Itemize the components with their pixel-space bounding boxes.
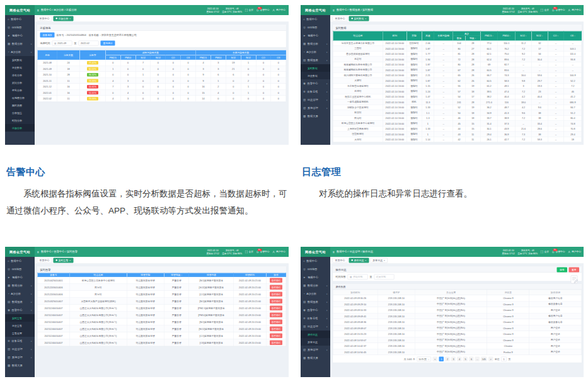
sidebar-item[interactable]: ▥日志管理∨ bbox=[301, 322, 330, 331]
alarm-detail-button[interactable]: 告警详情 bbox=[270, 278, 282, 283]
page-number-button[interactable]: 2 bbox=[445, 357, 450, 362]
user-center-button[interactable]: 用户中心 bbox=[272, 9, 285, 12]
sidebar-item[interactable]: ▤数据报表∨ bbox=[5, 298, 35, 306]
sidebar-item[interactable]: ▥日志管理∨ bbox=[5, 345, 35, 353]
sidebar-item[interactable]: ►视频中心 bbox=[301, 273, 330, 281]
query-button[interactable]: 查询统计 bbox=[101, 41, 115, 46]
prev-page-button[interactable]: < bbox=[433, 357, 438, 362]
sidebar-item[interactable]: ⌂数据中心 bbox=[301, 257, 330, 265]
sidebar-item[interactable]: ▦数据分析∨ bbox=[301, 40, 330, 48]
alarm-detail-button[interactable]: 告警详情 bbox=[270, 320, 282, 325]
sidebar-item[interactable]: ►视频中心 bbox=[5, 273, 35, 281]
alarm-detail-button[interactable]: 告警详情 bbox=[270, 327, 282, 332]
sidebar-item[interactable]: ▩数据大屏 bbox=[301, 112, 330, 120]
close-icon[interactable]: × bbox=[69, 259, 71, 262]
sidebar-subitem[interactable]: 历史数据 bbox=[5, 64, 35, 71]
alarm-detail-button[interactable]: 告警详情 bbox=[270, 285, 282, 290]
sidebar-item[interactable]: ◎GIS地图 bbox=[301, 23, 330, 31]
alarm-detail-button[interactable]: 告警详情 bbox=[270, 292, 282, 297]
user-center-button[interactable]: 用户中心 bbox=[568, 251, 581, 254]
page-number-button[interactable]: 1 bbox=[439, 357, 444, 362]
collapse-menu-icon[interactable]: ≡ bbox=[333, 250, 335, 254]
tab[interactable]: 达标分析× bbox=[54, 16, 74, 21]
alarm-center-button[interactable]: 99+告警中心 bbox=[257, 9, 270, 12]
sidebar-item[interactable]: ▦数据分析∨ bbox=[5, 40, 35, 48]
sidebar-item[interactable]: ▩数据大屏 bbox=[5, 361, 35, 370]
sidebar-item[interactable]: ◔AQI分析∨ bbox=[301, 290, 330, 298]
date-from-input[interactable]: ▦2021-09 bbox=[52, 41, 72, 46]
goto-page-input[interactable]: 1 bbox=[501, 357, 507, 362]
alarm-detail-button[interactable]: 告警详情 bbox=[270, 334, 282, 339]
tab[interactable]: 操作日志× bbox=[349, 257, 369, 263]
user-center-button[interactable]: 用户中心 bbox=[272, 251, 285, 254]
sidebar-subitem[interactable]: 实时告警 bbox=[5, 314, 35, 322]
sidebar-subitem[interactable]: 实时数据 bbox=[5, 56, 35, 64]
sidebar-item[interactable]: ⊕设备运维∨ bbox=[301, 88, 330, 96]
sidebar-subitem[interactable]: 历史数据 bbox=[301, 72, 330, 79]
sidebar-item[interactable]: ⌂数据中心 bbox=[301, 15, 330, 23]
close-icon[interactable]: × bbox=[365, 259, 366, 262]
page-number-button[interactable]: ... bbox=[475, 357, 480, 362]
sidebar-subitem[interactable]: 变化分析 bbox=[5, 86, 35, 94]
tab[interactable]: 实时告警× bbox=[54, 257, 74, 263]
sidebar-item[interactable]: ◉告警中心∨ bbox=[301, 79, 330, 88]
date-to-input[interactable]: 结束日期 bbox=[374, 274, 395, 280]
sidebar-subitem[interactable]: 异常日志 bbox=[301, 338, 330, 346]
sidebar-subitem[interactable]: 网格热图 bbox=[5, 101, 35, 109]
date-from-input[interactable]: ▦开始日期 bbox=[348, 274, 368, 280]
reset-button[interactable]: 重置 bbox=[569, 268, 580, 273]
sidebar-item[interactable]: ►视频中心 bbox=[301, 31, 330, 40]
sidebar-item[interactable]: ▦数据分析∨ bbox=[5, 281, 35, 290]
alarm-center-button[interactable]: 99+告警中心 bbox=[552, 251, 565, 254]
collapse-menu-icon[interactable]: ≡ bbox=[37, 8, 39, 12]
sidebar-item[interactable]: ⌂数据中心 bbox=[5, 15, 35, 23]
page-size-select[interactable]: 10条/页∨ bbox=[417, 357, 431, 362]
fullscreen-button[interactable]: 全屏 bbox=[541, 251, 550, 254]
page-number-button[interactable]: 5 bbox=[463, 357, 468, 362]
sidebar-item[interactable]: ▧系统管理∨ bbox=[5, 353, 35, 361]
sidebar-subitem[interactable]: 告警设置 bbox=[5, 329, 35, 337]
sidebar-subitem[interactable]: 达标分析 bbox=[5, 124, 35, 132]
sidebar-item[interactable]: ⌂数据中心 bbox=[5, 257, 35, 265]
sidebar-item[interactable]: ▥日志管理∨ bbox=[301, 96, 330, 104]
sidebar-item[interactable]: ▧系统管理∨ bbox=[301, 346, 330, 354]
device-select-button[interactable]: 设备选择 bbox=[40, 33, 55, 38]
page-number-button[interactable]: 4 bbox=[457, 357, 462, 362]
alarm-center-button[interactable]: 99+告警中心 bbox=[552, 9, 565, 12]
tab[interactable]: 首页中心 bbox=[37, 257, 52, 263]
sidebar-item[interactable]: ◎GIS地图 bbox=[301, 265, 330, 273]
alarm-center-button[interactable]: 99+告警中心 bbox=[257, 251, 270, 254]
sidebar-item[interactable]: ◎GIS地图 bbox=[5, 23, 35, 31]
sidebar-subitem[interactable]: 操作日志 bbox=[301, 331, 330, 338]
alarm-detail-button[interactable]: 告警详情 bbox=[270, 313, 282, 318]
page-number-button[interactable]: 6 bbox=[469, 357, 474, 362]
page-number-button[interactable]: 145 bbox=[481, 357, 487, 362]
tab[interactable]: 异常日志× bbox=[370, 257, 388, 263]
sidebar-item[interactable]: ◔AQI分析∨ bbox=[5, 48, 35, 56]
user-center-button[interactable]: 用户中心 bbox=[568, 9, 581, 12]
fullscreen-button[interactable]: 全屏 bbox=[245, 9, 254, 12]
collapse-menu-icon[interactable]: ≡ bbox=[37, 250, 39, 254]
alarm-detail-button[interactable]: 告警详情 bbox=[270, 306, 282, 311]
sidebar-item[interactable]: ▧系统管理∨ bbox=[301, 104, 330, 112]
search-button[interactable]: 搜索 bbox=[557, 268, 568, 273]
sidebar-item[interactable]: ◔AQI分析∨ bbox=[301, 48, 330, 56]
sidebar-item[interactable]: ⊕设备运维∨ bbox=[301, 314, 330, 322]
close-icon[interactable]: × bbox=[365, 17, 366, 20]
sidebar-item[interactable]: ▤数据报表∨ bbox=[301, 56, 330, 64]
sidebar-subitem[interactable]: 玫瑰图分析 bbox=[5, 94, 35, 101]
sidebar-item[interactable]: ◎GIS地图 bbox=[5, 265, 35, 273]
sidebar-item[interactable]: ⊕设备运维∨ bbox=[5, 337, 35, 345]
page-number-button[interactable]: 3 bbox=[451, 357, 456, 362]
sidebar-item[interactable]: ▤数据报表∨ bbox=[301, 298, 330, 306]
tab[interactable]: 实时数据× bbox=[349, 16, 369, 21]
close-icon[interactable]: × bbox=[69, 17, 71, 20]
sidebar-subitem[interactable]: 历史告警 bbox=[5, 322, 35, 329]
sidebar-item[interactable]: ◔AQI分析∨ bbox=[5, 290, 35, 298]
tab[interactable]: 首页中心 bbox=[37, 16, 52, 21]
sidebar-subitem[interactable]: 分析报告 bbox=[5, 109, 35, 116]
next-page-button[interactable]: > bbox=[488, 357, 493, 362]
sidebar-item[interactable]: ◉告警中心∨ bbox=[301, 306, 330, 314]
sidebar-item[interactable]: ►视频中心 bbox=[5, 31, 35, 40]
sidebar-subitem[interactable]: 对比分析 bbox=[5, 79, 35, 86]
